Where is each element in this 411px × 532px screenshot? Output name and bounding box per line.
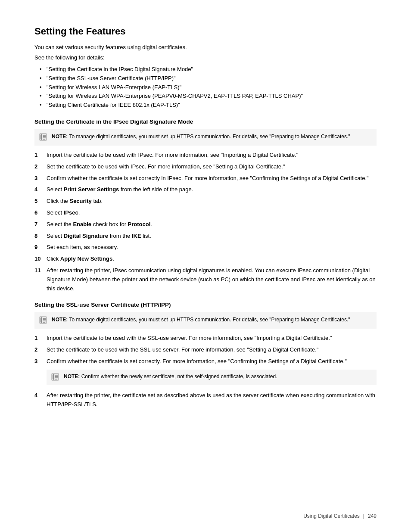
section2-step-3: 3Confirm whether the certificate is set … — [34, 357, 377, 389]
step-number: 1 — [34, 334, 47, 343]
step-content: Click Apply New Settings. — [47, 255, 377, 264]
page-title: Setting the Features — [34, 26, 377, 37]
step-content: After restarting the printer, IPsec comm… — [47, 266, 377, 293]
section1-step-9: 9Set each item, as necessary. — [34, 243, 377, 252]
section1-step-6: 6Select IPsec. — [34, 208, 377, 218]
step-number: 2 — [34, 345, 47, 355]
section1-note-text: NOTE: To manage digital certificates, yo… — [52, 133, 350, 140]
step-content: Select the Enable check box for Protocol… — [47, 220, 377, 229]
step-content: Confirm whether the certificate is set c… — [47, 357, 377, 389]
step-content: After restarting the printer, the certif… — [47, 391, 377, 409]
section1-step-8: 8Select Digital Signature from the IKE l… — [34, 232, 377, 241]
step-content: Import the certificate to be used with t… — [47, 334, 377, 343]
step-number: 9 — [34, 243, 47, 252]
bullet-item-4: "Setting Client Certificate for IEEE 802… — [41, 101, 377, 110]
section1-step-2: 2Set the certificate to be used with IPs… — [34, 162, 377, 171]
page-footer: Using Digital Certificates | 249 — [303, 513, 377, 519]
step-number: 3 — [34, 357, 47, 366]
section2-step-2: 2Set the certificate to be used with the… — [34, 345, 377, 355]
section1-step-1: 1Import the certificate to be used with … — [34, 151, 377, 160]
section2-step-4: 4After restarting the printer, the certi… — [34, 391, 377, 409]
section1-heading: Setting the Certificate in the IPsec Dig… — [34, 118, 377, 125]
section1-note-box: NOTE: To manage digital certificates, yo… — [34, 129, 377, 146]
feature-bullet-list: "Setting the Certificate in the IPsec Di… — [41, 65, 377, 110]
step-content: Select Digital Signature from the IKE li… — [47, 232, 377, 241]
inner-note-box: NOTE: Confirm whether the newly set cert… — [47, 370, 377, 385]
step-content: Set the certificate to be used with IPse… — [47, 162, 377, 171]
step-number: 2 — [34, 162, 47, 171]
step-content: Select Print Server Settings from the le… — [47, 185, 377, 194]
section1-step-10: 10Click Apply New Settings. — [34, 255, 377, 264]
inner-note-icon — [51, 373, 60, 382]
footer-page-number: 249 — [368, 513, 377, 519]
note-icon-1 — [39, 133, 48, 142]
step-number: 10 — [34, 255, 47, 264]
step-number: 7 — [34, 220, 47, 229]
step-number: 11 — [34, 266, 47, 275]
step-content: Click the Security tab. — [47, 197, 377, 206]
intro-line-1: You can set various security features us… — [34, 43, 377, 52]
footer-separator: | — [363, 513, 364, 519]
section1-steps: 1Import the certificate to be used with … — [34, 151, 377, 293]
section1-step-4: 4Select Print Server Settings from the l… — [34, 185, 377, 194]
section2-step-1: 1Import the certificate to be used with … — [34, 334, 377, 343]
bullet-item-0: "Setting the Certificate in the IPsec Di… — [41, 65, 377, 74]
section2-heading: Setting the SSL-use Server Certificate (… — [34, 302, 377, 308]
bullet-item-2: "Setting for Wireless LAN WPA-Enterprise… — [41, 83, 377, 92]
section1-step-11: 11After restarting the printer, IPsec co… — [34, 266, 377, 293]
bullet-item-3: "Setting for Wireless LAN WPA-Enterprise… — [41, 92, 377, 101]
step-number: 5 — [34, 197, 47, 206]
step-content: Set each item, as necessary. — [47, 243, 377, 252]
section1-step-3: 3Confirm whether the certificate is set … — [34, 174, 377, 183]
bullet-item-1: "Setting the SSL-use Server Certificate … — [41, 74, 377, 83]
section2-note-text: NOTE: To manage digital certificates, yo… — [52, 316, 350, 324]
step-number: 4 — [34, 185, 47, 194]
page-container: Setting the Features You can set various… — [0, 0, 411, 532]
step-content: Set the certificate to be used with the … — [47, 345, 377, 355]
intro-line-2: See the following for details: — [34, 53, 377, 62]
inner-note-text: NOTE: Confirm whether the newly set cert… — [64, 373, 277, 380]
note-icon-2 — [39, 316, 48, 325]
step-number: 8 — [34, 232, 47, 241]
step-number: 1 — [34, 151, 47, 160]
step-content: Select IPsec. — [47, 208, 377, 218]
step-number: 3 — [34, 174, 47, 183]
section1-step-7: 7Select the Enable check box for Protoco… — [34, 220, 377, 229]
section2-note-label: NOTE: — [52, 317, 68, 323]
section2-note-box: NOTE: To manage digital certificates, yo… — [34, 312, 377, 329]
section2-note-body: To manage digital certificates, you must… — [69, 317, 350, 323]
section1-step-5: 5Click the Security tab. — [34, 197, 377, 206]
section2-steps: 1Import the certificate to be used with … — [34, 334, 377, 409]
step-number: 6 — [34, 208, 47, 218]
section1-note-body: To manage digital certificates, you must… — [69, 134, 350, 140]
step-content: Import the certificate to be used with I… — [47, 151, 377, 160]
section1-note-label: NOTE: — [52, 134, 68, 140]
step-content: Confirm whether the certificate is set c… — [47, 174, 377, 183]
step-number: 4 — [34, 391, 47, 400]
footer-text: Using Digital Certificates — [303, 513, 360, 519]
